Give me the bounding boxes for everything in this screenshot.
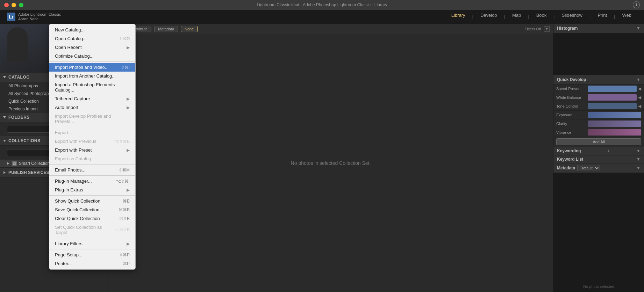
- menu-item-shortcut-show-quick-collection: ⌘B: [123, 199, 130, 204]
- window-controls[interactable]: [4, 3, 23, 7]
- module-book[interactable]: Book: [531, 11, 552, 22]
- metadata-collapse[interactable]: ▼: [636, 166, 641, 170]
- add-all-button[interactable]: Add All: [556, 138, 641, 145]
- module-library[interactable]: Library: [446, 11, 471, 22]
- menu-item-library-filters[interactable]: Library Filters▶: [49, 239, 135, 248]
- menu-item-shortcut-clear-quick-collection: ⌘⇧B: [119, 216, 130, 221]
- keywording-collapse[interactable]: ▼: [636, 148, 641, 153]
- menu-divider: [49, 164, 135, 165]
- menu-item-optimize-catalog[interactable]: Optimize Catalog...: [49, 52, 135, 60]
- menu-item-tethered-capture[interactable]: Tethered Capture▶: [49, 94, 135, 103]
- histogram-collapse[interactable]: ▼: [636, 26, 641, 31]
- menu-item-label-export-with-preset: Export with Preset: [55, 147, 92, 153]
- menu-item-shortcut-save-quick-collection: ⌘⌘B: [119, 207, 130, 212]
- saved-preset-arrow[interactable]: ◀: [638, 86, 641, 91]
- menu-item-new-catalog[interactable]: New Catalog...: [49, 25, 135, 34]
- menu-item-import-another[interactable]: Import from Another Catalog...: [49, 72, 135, 80]
- qd-vibrance-row: Vibrance: [553, 128, 644, 137]
- keywording-header: Keywording + ▼: [553, 147, 644, 155]
- menu-divider: [49, 249, 135, 249]
- quick-develop-header: Quick Develop ▼: [553, 75, 644, 85]
- menu-item-save-quick-collection[interactable]: Save Quick Collection...⌘⌘B: [49, 205, 135, 214]
- menu-item-show-quick-collection[interactable]: Show Quick Collection⌘B: [49, 197, 135, 205]
- menu-item-label-import-another: Import from Another Catalog...: [55, 73, 116, 79]
- keyword-list-collapse[interactable]: ▼: [636, 157, 641, 162]
- menu-item-export-with-preset[interactable]: Export with Preset▶: [49, 146, 135, 154]
- metadata-preset-select[interactable]: Default: [577, 165, 600, 171]
- menu-item-label-import-photos: Import Photos and Video...: [55, 65, 109, 70]
- module-nav: Library | Develop | Map | Book | Slidesh…: [446, 11, 637, 22]
- quick-develop-collapse[interactable]: ▼: [636, 77, 641, 82]
- menu-item-label-auto-import: Auto Import: [55, 105, 78, 110]
- module-develop[interactable]: Develop: [475, 11, 503, 22]
- qd-white-balance-row: White Balance ◀: [553, 93, 644, 102]
- saved-preset-value[interactable]: [588, 86, 637, 92]
- menu-item-open-catalog[interactable]: Open Catalog...⇧⌘O: [49, 34, 135, 43]
- menu-item-auto-import[interactable]: Auto Import▶: [49, 103, 135, 112]
- menu-item-label-plugin-manager: Plug-in Manager...: [55, 178, 92, 184]
- smart-collections-triangle: [7, 162, 9, 165]
- menu-item-label-clear-quick-collection: Clear Quick Collection: [55, 216, 100, 221]
- menu-item-shortcut-set-quick-collection-target: ⌥⌘⇧B: [114, 227, 130, 232]
- minimize-button[interactable]: [12, 3, 16, 7]
- filter-toggle-button[interactable]: ▼: [544, 26, 550, 32]
- white-balance-arrow[interactable]: ◀: [638, 95, 641, 100]
- module-map[interactable]: Map: [507, 11, 527, 22]
- white-balance-value[interactable]: [588, 94, 637, 101]
- app-name-line2: Aaron Nace: [18, 17, 61, 21]
- menu-item-arrow-tethered-capture: ▶: [127, 96, 130, 101]
- module-print[interactable]: Print: [592, 11, 613, 22]
- metadata-header: Metadata Default ▼: [553, 163, 644, 173]
- menu-item-email-photos[interactable]: Email Photos...⇧⌘M: [49, 166, 135, 174]
- filter-none-button[interactable]: None: [181, 26, 198, 32]
- menu-item-printer[interactable]: Printer...⌘P: [49, 259, 135, 268]
- menu-item-label-library-filters: Library Filters: [55, 241, 83, 246]
- metadata-title: Metadata: [557, 166, 575, 170]
- tone-control-arrow[interactable]: ◀: [638, 104, 641, 109]
- menu-item-label-printer: Printer...: [55, 261, 72, 266]
- menu-item-import-develop-profiles: Import Develop Profiles and Presets...: [49, 112, 135, 126]
- tone-control-value[interactable]: [588, 103, 637, 109]
- top-nav: Lr Adobe Lightroom Classic Aaron Nace Li…: [0, 10, 644, 24]
- menu-item-shortcut-page-setup: ⇧⌘P: [119, 253, 130, 257]
- publish-triangle: [3, 171, 6, 174]
- saved-preset-label: Saved Preset: [556, 87, 588, 91]
- info-icon[interactable]: ℹ: [633, 1, 640, 8]
- menu-item-shortcut-import-photos: ⇧⌘I: [121, 65, 130, 70]
- menu-item-export: Export...: [49, 128, 135, 137]
- menu-item-label-import-develop-profiles: Import Develop Profiles and Presets...: [55, 114, 130, 124]
- menu-item-export-with-previous: Export with Previous⌥⇧⌘E: [49, 137, 135, 146]
- app-logo: Lr Adobe Lightroom Classic Aaron Nace: [7, 12, 61, 21]
- menu-item-open-recent[interactable]: Open Recent▶: [49, 43, 135, 52]
- exposure-value[interactable]: [588, 112, 641, 118]
- menu-item-arrow-plugin-extras: ▶: [127, 188, 130, 192]
- menu-item-clear-quick-collection[interactable]: Clear Quick Collection⌘⇧B: [49, 214, 135, 223]
- module-slideshow[interactable]: Slideshow: [556, 11, 588, 22]
- titlebar: Lightroom Classic.lrcat - Adobe Photosho…: [0, 0, 644, 10]
- maximize-button[interactable]: [19, 3, 23, 7]
- menu-divider: [49, 61, 135, 62]
- clarity-label: Clarity: [556, 122, 588, 126]
- empty-collection-message: No photos in selected Collection Set.: [291, 160, 371, 166]
- keywording-plus[interactable]: +: [607, 148, 610, 154]
- vibrance-label: Vibrance: [556, 130, 588, 134]
- menu-item-label-export-with-previous: Export with Previous: [55, 139, 96, 144]
- menu-item-plugin-manager[interactable]: Plug-in Manager...⌥⇧⌘,: [49, 177, 135, 185]
- menu-item-page-setup[interactable]: Page Setup...⇧⌘P: [49, 250, 135, 259]
- menu-item-plugin-extras[interactable]: Plug-in Extras▶: [49, 185, 135, 194]
- filter-metadata-button[interactable]: Metadata: [154, 26, 178, 32]
- close-button[interactable]: [4, 3, 9, 7]
- menu-item-shortcut-plugin-manager: ⌥⇧⌘,: [116, 179, 130, 184]
- white-balance-label: White Balance: [556, 95, 588, 100]
- keyword-list-header: Keyword List ▼: [553, 155, 644, 163]
- menu-item-label-optimize-catalog: Optimize Catalog...: [55, 53, 94, 59]
- menu-item-label-show-quick-collection: Show Quick Collection: [55, 198, 100, 204]
- qd-saved-preset-row: Saved Preset ◀: [553, 85, 644, 93]
- menu-item-import-photos[interactable]: Import Photos and Video...⇧⌘I: [49, 63, 135, 72]
- catalog-triangle: [3, 76, 6, 78]
- module-web[interactable]: Web: [617, 11, 637, 22]
- menu-item-import-elements[interactable]: Import a Photoshop Elements Catalog...: [49, 80, 135, 94]
- clarity-value[interactable]: [588, 121, 641, 127]
- vibrance-value[interactable]: [588, 129, 641, 136]
- menu-item-arrow-auto-import: ▶: [127, 105, 130, 110]
